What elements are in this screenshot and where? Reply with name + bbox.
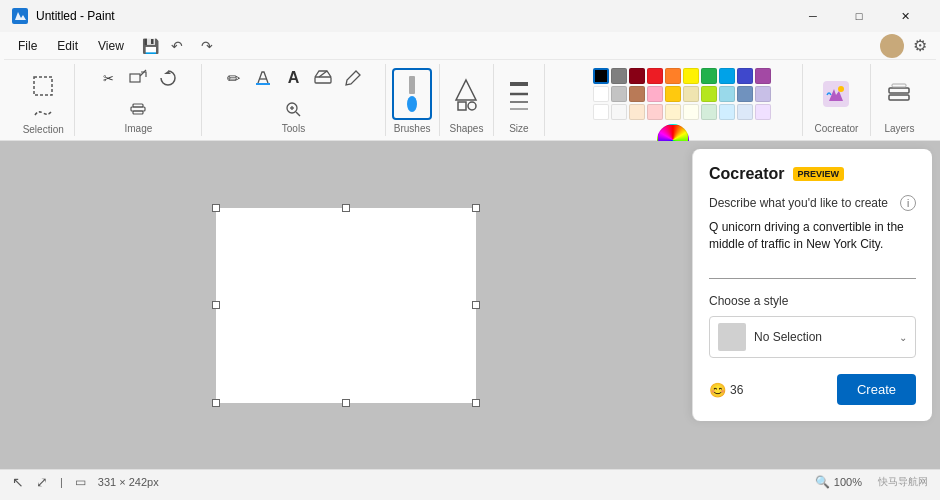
fill-button[interactable] — [249, 64, 277, 92]
selection-label: Selection — [23, 124, 64, 137]
user-avatar[interactable] — [880, 34, 904, 58]
color-swatch-r2-c4[interactable] — [647, 86, 663, 102]
menu-view[interactable]: View — [88, 35, 134, 57]
style-dropdown[interactable]: No Selection ⌄ — [709, 316, 916, 358]
handle-bottom-right[interactable] — [472, 399, 480, 407]
cocreator-header: Cocreator PREVIEW — [709, 165, 916, 183]
text-button[interactable]: A — [279, 64, 307, 92]
cocreator-toolbar-button[interactable] — [814, 72, 858, 116]
shapes-label: Shapes — [450, 123, 484, 136]
svg-rect-27 — [892, 84, 906, 87]
handle-middle-right[interactable] — [472, 301, 480, 309]
undo-button[interactable]: ↶ — [163, 34, 191, 58]
image-label: Image — [125, 123, 153, 136]
info-icon[interactable]: i — [900, 195, 916, 211]
selection-group: Selection — [12, 64, 75, 136]
redo-button[interactable]: ↷ — [193, 34, 221, 58]
color-swatch-r3-c1[interactable] — [593, 104, 609, 120]
color-swatch-r3-c7[interactable] — [701, 104, 717, 120]
status-right: 🔍 100% 快马导航网 — [815, 475, 928, 489]
preview-badge: PREVIEW — [793, 167, 845, 181]
color-swatch-r1-c3[interactable] — [629, 68, 645, 84]
color-swatch-r3-c4[interactable] — [647, 104, 663, 120]
handle-top-center[interactable] — [342, 204, 350, 212]
cocreator-toolbar-group: Cocreator — [803, 64, 871, 136]
svg-rect-26 — [889, 95, 909, 100]
color-swatch-r1-c4[interactable] — [647, 68, 663, 84]
layers-toolbar-button[interactable] — [877, 72, 921, 116]
handle-bottom-left[interactable] — [212, 399, 220, 407]
color-swatch-r1-c7[interactable] — [701, 68, 717, 84]
color-swatch-r2-c2[interactable] — [611, 86, 627, 102]
color-swatch-r3-c9[interactable] — [737, 104, 753, 120]
color-swatch-r2-c8[interactable] — [719, 86, 735, 102]
color-swatch-r1-c8[interactable] — [719, 68, 735, 84]
color-swatch-r3-c6[interactable] — [683, 104, 699, 120]
color-swatch-r2-c6[interactable] — [683, 86, 699, 102]
svg-rect-10 — [315, 77, 331, 83]
resize-button[interactable] — [124, 64, 152, 92]
describe-textarea[interactable] — [709, 219, 916, 279]
rotate-button[interactable] — [154, 64, 182, 92]
maximize-button[interactable]: □ — [836, 0, 882, 32]
brushes-button[interactable] — [392, 68, 432, 120]
tools-label: Tools — [282, 123, 305, 136]
svg-rect-9 — [256, 83, 270, 85]
color-swatch-r1-c6[interactable] — [683, 68, 699, 84]
handle-middle-left[interactable] — [212, 301, 220, 309]
credit-info: 😊 36 — [709, 382, 743, 398]
crop-button[interactable]: ✂ — [94, 64, 122, 92]
color-swatch-r2-c10[interactable] — [755, 86, 771, 102]
zoom-tool-button[interactable] — [279, 95, 307, 123]
color-swatch-r1-c1[interactable] — [593, 68, 609, 84]
shapes-button[interactable] — [446, 68, 486, 120]
selection-rect-button[interactable] — [25, 68, 61, 104]
layers-toolbar-group: Layers — [871, 64, 928, 136]
eraser-button[interactable] — [309, 64, 337, 92]
pencil-button[interactable]: ✏ — [219, 64, 247, 92]
handle-top-left[interactable] — [212, 204, 220, 212]
minimize-button[interactable]: ─ — [790, 0, 836, 32]
color-swatch-r2-c1[interactable] — [593, 86, 609, 102]
color-swatch-r3-c10[interactable] — [755, 104, 771, 120]
zoom-icon[interactable]: 🔍 — [815, 475, 830, 489]
menu-file[interactable]: File — [8, 35, 47, 57]
cocreator-footer: 😊 36 Create — [709, 374, 916, 405]
color-pair[interactable] — [557, 80, 585, 108]
layers-button[interactable] — [124, 95, 152, 123]
menu-edit[interactable]: Edit — [47, 35, 88, 57]
brushes-label: Brushes — [394, 123, 431, 136]
undo-redo-group: ↶ ↷ — [163, 34, 221, 58]
color-swatch-r2-c5[interactable] — [665, 86, 681, 102]
paint-canvas[interactable] — [216, 208, 476, 403]
canvas-area[interactable] — [0, 141, 692, 469]
handle-bottom-center[interactable] — [342, 399, 350, 407]
color-swatch-r3-c5[interactable] — [665, 104, 681, 120]
cocreator-title: Cocreator — [709, 165, 785, 183]
close-button[interactable]: ✕ — [882, 0, 928, 32]
color-swatch-r1-c10[interactable] — [755, 68, 771, 84]
create-button[interactable]: Create — [837, 374, 916, 405]
size-button[interactable] — [501, 68, 537, 120]
zoom-level: 100% — [834, 476, 862, 488]
color-swatch-r1-c2[interactable] — [611, 68, 627, 84]
color-swatch-r2-c3[interactable] — [629, 86, 645, 102]
color-swatch-r3-c2[interactable] — [611, 104, 627, 120]
status-bar: ↖ ⤢ | ▭ 331 × 242px 🔍 100% 快马导航网 — [0, 469, 940, 493]
menu-right: ⚙ — [880, 34, 932, 58]
color-swatch-r2-c9[interactable] — [737, 86, 753, 102]
color-swatch-r1-c9[interactable] — [737, 68, 753, 84]
save-icon[interactable]: 💾 — [142, 38, 159, 54]
color-swatch-r1-c5[interactable] — [665, 68, 681, 84]
color-swatch-r3-c8[interactable] — [719, 104, 735, 120]
settings-icon[interactable]: ⚙ — [908, 34, 932, 58]
color-swatch-r3-c3[interactable] — [629, 104, 645, 120]
svg-rect-15 — [409, 76, 415, 94]
selection-free-button[interactable] — [25, 106, 61, 124]
color-swatch-r2-c7[interactable] — [701, 86, 717, 102]
handle-top-right[interactable] — [472, 204, 480, 212]
resize-icon: ⤢ — [36, 474, 48, 490]
ribbon: File Edit View 💾 ↶ ↷ ⚙ — [0, 32, 940, 141]
svg-line-12 — [296, 112, 300, 116]
colorpick-button[interactable] — [339, 64, 367, 92]
